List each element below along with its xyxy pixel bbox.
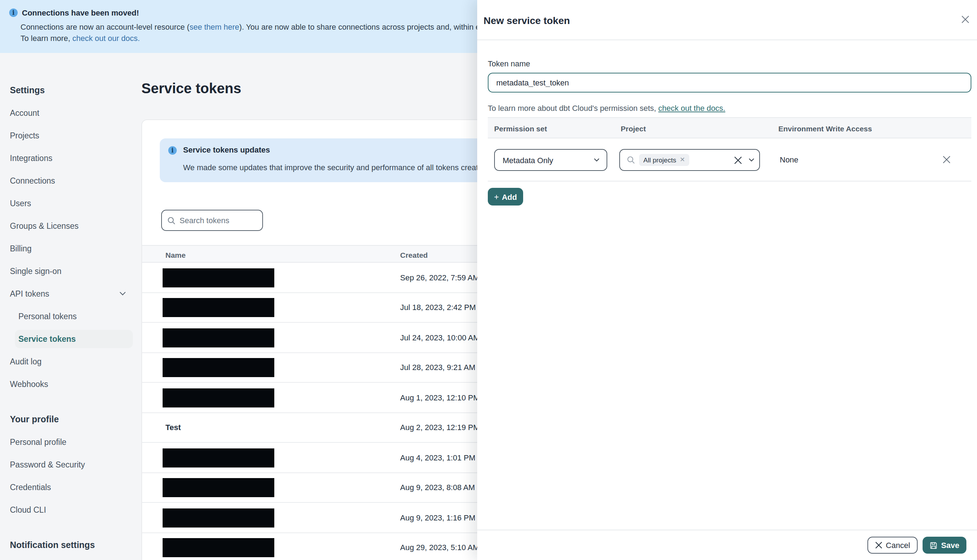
sidebar-heading-settings: Settings xyxy=(10,79,141,102)
redacted-token-name xyxy=(162,328,274,347)
remove-row-icon[interactable] xyxy=(942,155,951,164)
token-created-date: Aug 4, 2023, 1:01 PM P xyxy=(400,443,483,472)
column-header-name: Name xyxy=(166,246,186,263)
sidebar-item-credentials[interactable]: Credentials xyxy=(10,476,141,498)
drawer-header: New service token xyxy=(477,0,977,40)
redacted-token-name xyxy=(162,358,274,377)
banner-text-line: Connections are now an account-level res… xyxy=(20,23,502,31)
permission-row: Metadata Only All projects ✕ xyxy=(488,138,971,182)
dbt-cloud-settings-page: Settings Account Projects Integrations C… xyxy=(0,0,977,560)
token-name-label: Token name xyxy=(488,59,530,68)
token-name: Test xyxy=(166,413,181,442)
banner-text: To learn more, xyxy=(20,34,72,42)
sidebar-item-connections[interactable]: Connections xyxy=(10,170,141,192)
info-icon: i xyxy=(168,146,177,155)
add-button-label: Add xyxy=(502,192,517,201)
chevron-down-icon xyxy=(119,292,126,296)
token-created-date: Aug 29, 2023, 5:10 AM P xyxy=(400,533,487,560)
search-icon xyxy=(167,217,175,224)
project-chip: All projects ✕ xyxy=(639,154,689,166)
redacted-token-name xyxy=(162,268,274,287)
banner-text-line: To learn more, check out our docs. xyxy=(20,34,140,42)
chip-remove-icon[interactable]: ✕ xyxy=(680,157,685,163)
token-created-date: Aug 2, 2023, 12:19 PM P xyxy=(400,413,487,442)
chevron-down-icon xyxy=(594,158,599,162)
drawer-title: New service token xyxy=(483,0,570,40)
banner-text: ). You are now able to share connections… xyxy=(239,23,502,31)
token-created-date: Aug 9, 2023, 1:16 PM P xyxy=(400,503,483,532)
check-out-the-docs-link[interactable]: check out the docs. xyxy=(658,104,725,112)
token-created-date: Aug 1, 2023, 12:10 PM P xyxy=(400,383,487,412)
sidebar-item-users[interactable]: Users xyxy=(10,192,141,215)
sidebar-item-password-security[interactable]: Password & Security xyxy=(10,453,141,476)
sidebar-item-personal-tokens[interactable]: Personal tokens xyxy=(10,305,141,328)
sidebar-item-projects[interactable]: Projects xyxy=(10,124,141,147)
sidebar-item-webhooks[interactable]: Webhooks xyxy=(10,373,141,395)
sidebar-item-api-tokens[interactable]: API tokens xyxy=(10,282,141,305)
search-icon xyxy=(627,156,635,164)
column-header-project: Project xyxy=(621,118,646,139)
save-button-label: Save xyxy=(941,541,959,549)
redacted-token-name xyxy=(162,298,274,317)
sidebar-item-billing[interactable]: Billing xyxy=(10,237,141,260)
permission-sets-helper: To learn more about dbt Cloud's permissi… xyxy=(488,104,725,112)
token-name-input[interactable] xyxy=(488,73,971,93)
add-permission-button[interactable]: + Add xyxy=(488,188,523,205)
column-header-created: Created xyxy=(400,246,428,263)
column-header-environment-write-access: Environment Write Access xyxy=(778,118,872,139)
cancel-button-label: Cancel xyxy=(886,541,910,549)
token-created-date: Jul 18, 2023, 2:42 PM P xyxy=(400,293,483,322)
sidebar-item-cloud-cli[interactable]: Cloud CLI xyxy=(10,498,141,521)
info-icon: i xyxy=(9,8,18,17)
token-created-date: Sep 26, 2022, 7:59 AM P xyxy=(400,263,487,292)
drawer-footer: Cancel Save xyxy=(477,530,977,560)
sidebar-item-integrations[interactable]: Integrations xyxy=(10,147,141,170)
close-icon[interactable] xyxy=(959,13,970,25)
cancel-button[interactable]: Cancel xyxy=(867,537,918,553)
save-icon xyxy=(930,541,938,549)
check-out-our-docs-link[interactable]: check out our docs. xyxy=(72,34,140,42)
column-header-permission-set: Permission set xyxy=(494,118,547,139)
redacted-token-name xyxy=(162,508,274,527)
notice-body: We made some updates that improve the se… xyxy=(183,162,487,172)
permission-set-value: Metadata Only xyxy=(503,156,553,164)
helper-text: To learn more about dbt Cloud's permissi… xyxy=(488,104,658,112)
project-multiselect[interactable]: All projects ✕ xyxy=(619,149,760,171)
settings-sidebar: Settings Account Projects Integrations C… xyxy=(10,79,141,557)
notice-title: Service tokens updates xyxy=(183,145,270,155)
sidebar-heading-your-profile: Your profile xyxy=(10,408,141,431)
redacted-token-name xyxy=(162,448,274,467)
redacted-token-name xyxy=(162,388,274,407)
banner-text: Connections are now an account-level res… xyxy=(20,23,189,31)
sidebar-item-api-tokens-label: API tokens xyxy=(10,290,49,298)
close-icon xyxy=(875,542,882,549)
project-chip-label: All projects xyxy=(643,156,676,164)
sidebar-item-personal-profile[interactable]: Personal profile xyxy=(10,431,141,453)
search-tokens-box xyxy=(161,210,263,231)
token-created-date: Jul 28, 2023, 9:21 AM P xyxy=(400,353,483,382)
save-button[interactable]: Save xyxy=(923,537,966,553)
new-service-token-drawer: New service token Token name To learn mo… xyxy=(477,0,977,560)
sidebar-item-account[interactable]: Account xyxy=(10,102,141,124)
sidebar-item-single-sign-on[interactable]: Single sign-on xyxy=(10,260,141,282)
permissions-table-header: Permission set Project Environment Write… xyxy=(488,117,971,138)
search-tokens-input[interactable] xyxy=(179,216,257,225)
plus-icon: + xyxy=(494,192,499,201)
sidebar-item-audit-log[interactable]: Audit log xyxy=(10,350,141,373)
sidebar-item-service-tokens[interactable]: Service tokens xyxy=(15,330,133,348)
token-created-date: Aug 9, 2023, 8:08 AM P xyxy=(400,473,482,502)
redacted-token-name xyxy=(162,478,274,497)
environment-write-access-value: None xyxy=(780,138,798,181)
chevron-down-icon[interactable] xyxy=(749,158,754,162)
banner-title: Connections have been moved! xyxy=(22,8,139,17)
token-created-date: Jul 24, 2023, 10:00 AM xyxy=(400,323,480,352)
redacted-token-name xyxy=(162,538,274,557)
permission-set-select[interactable]: Metadata Only xyxy=(494,149,607,171)
sidebar-item-groups-licenses[interactable]: Groups & Licenses xyxy=(10,215,141,237)
clear-selection-icon[interactable] xyxy=(734,156,742,164)
sidebar-heading-notification-settings: Notification settings xyxy=(10,534,141,557)
see-them-here-link[interactable]: see them here xyxy=(189,23,239,31)
page-title: Service tokens xyxy=(141,79,241,97)
